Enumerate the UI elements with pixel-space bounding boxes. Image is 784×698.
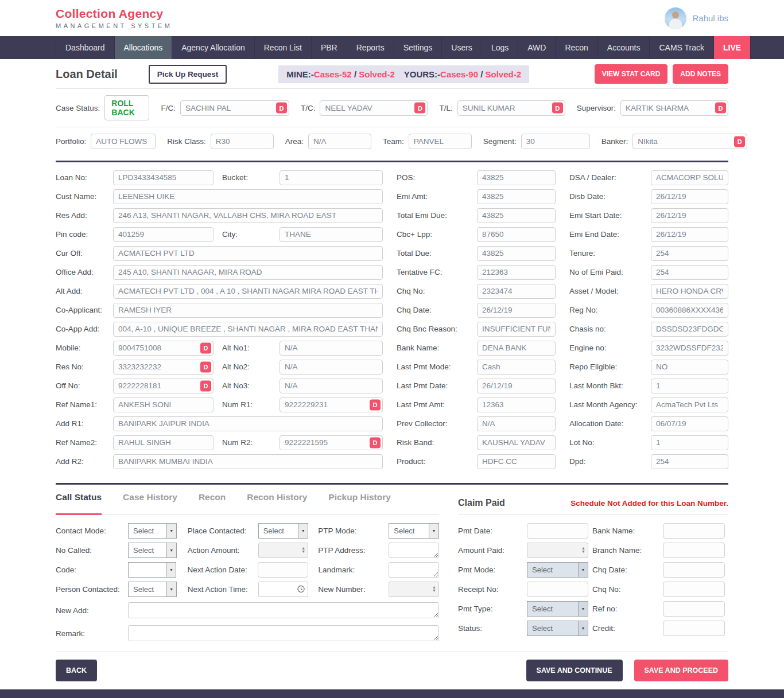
pmt-type-select[interactable]: Select▼ <box>527 601 588 617</box>
nav-settings[interactable]: Settings <box>394 36 443 59</box>
prev-collector-input[interactable] <box>477 416 556 431</box>
remark-textarea[interactable] <box>128 625 439 641</box>
last-pmt-amt-input[interactable] <box>477 397 556 412</box>
dialer-badge[interactable]: D <box>200 342 211 353</box>
dialer-badge[interactable]: D <box>200 361 211 372</box>
alt-add-input[interactable] <box>113 284 383 299</box>
dialer-badge[interactable]: D <box>552 103 563 114</box>
save-and-continue-button[interactable]: SAVE AND CONTINUE <box>526 660 623 681</box>
repo-eligible-input[interactable] <box>651 360 728 375</box>
ref-name1-input[interactable] <box>113 397 214 412</box>
no-of-emi-paid-input[interactable] <box>651 265 728 280</box>
cust-name-input[interactable] <box>113 189 383 204</box>
action-amount-stepper[interactable]: ▲▼ <box>258 543 309 558</box>
branch-name-input[interactable] <box>663 543 725 558</box>
spinner-down-icon[interactable]: ▼ <box>301 550 305 553</box>
person-contacted-select[interactable]: Select▼ <box>128 582 177 597</box>
dialer-badge[interactable]: D <box>734 136 745 147</box>
dialer-badge[interactable]: D <box>715 103 726 114</box>
bank-name2-input[interactable] <box>663 523 725 539</box>
ptp-address-textarea[interactable] <box>389 543 439 558</box>
amount-paid-stepper[interactable]: ▲▼ <box>527 543 588 558</box>
tl-input[interactable] <box>457 100 565 116</box>
nav-recon-list[interactable]: Recon List <box>255 36 312 59</box>
alt-no1-input[interactable] <box>280 341 383 356</box>
receipt-no-input[interactable] <box>527 582 588 597</box>
res-add-input[interactable] <box>113 208 383 223</box>
tc-input[interactable] <box>320 100 428 116</box>
bucket-input[interactable] <box>280 170 383 185</box>
pickup-request-button[interactable]: Pick Up Request <box>149 65 227 84</box>
chasis-no-input[interactable] <box>651 322 728 337</box>
last-month-bkt-input[interactable] <box>651 379 728 393</box>
credit-input[interactable] <box>663 621 725 636</box>
tab-pickup-history[interactable]: Pickup History <box>328 492 391 514</box>
ref-name2-input[interactable] <box>113 435 214 450</box>
tab-case-history[interactable]: Case History <box>123 492 177 514</box>
nav-recon[interactable]: Recon <box>556 36 597 59</box>
dialer-badge[interactable]: D <box>370 399 381 410</box>
num-r1-input[interactable] <box>280 397 383 412</box>
dsa-dealer-input[interactable] <box>651 170 728 185</box>
emi-start-date-input[interactable] <box>651 208 728 223</box>
dialer-badge[interactable]: D <box>414 103 425 114</box>
cbc-lpp-input[interactable] <box>477 227 556 242</box>
supervisor-input[interactable] <box>620 100 728 116</box>
chq-date-input[interactable] <box>477 303 556 318</box>
place-contacted-select[interactable]: Select▼ <box>258 523 309 539</box>
view-stat-card-button[interactable]: VIEW STAT CARD <box>595 64 668 84</box>
mobile-input[interactable] <box>113 341 214 356</box>
disb-date-input[interactable] <box>651 189 728 204</box>
nav-allocations[interactable]: Allocations <box>115 36 173 59</box>
user-name[interactable]: Rahul ibs <box>692 13 728 23</box>
total-due-input[interactable] <box>477 246 556 261</box>
new-add-textarea[interactable] <box>128 602 439 618</box>
pmt-mode-select[interactable]: Select▼ <box>527 562 588 578</box>
dialer-badge[interactable]: D <box>200 380 211 391</box>
contact-mode-select[interactable]: Select▼ <box>128 523 177 539</box>
team-input[interactable] <box>409 134 472 149</box>
last-month-agency-input[interactable] <box>651 397 728 412</box>
status-select[interactable]: Select▼ <box>527 621 588 636</box>
res-no-input[interactable] <box>113 360 214 375</box>
landmark-textarea[interactable] <box>389 562 439 578</box>
pin-code-input[interactable] <box>113 227 214 242</box>
alt-no2-input[interactable] <box>280 360 383 375</box>
chq-bnc-reason-input[interactable] <box>477 322 556 337</box>
save-and-proceed-button[interactable]: SAVE AND PROCEED <box>634 660 729 681</box>
spinner-down-icon[interactable]: ▼ <box>581 550 585 553</box>
chq-date2-input[interactable] <box>663 562 725 578</box>
segment-input[interactable] <box>521 134 590 149</box>
spinner-down-icon[interactable]: ▼ <box>432 589 436 592</box>
loan-no-input[interactable] <box>113 170 214 185</box>
alt-no3-input[interactable] <box>280 379 383 393</box>
off-no-input[interactable] <box>113 379 214 393</box>
allocation-date-input[interactable] <box>651 416 728 431</box>
next-action-date-input[interactable] <box>258 562 308 578</box>
cur-off-input[interactable] <box>113 246 383 261</box>
dialer-badge[interactable]: D <box>370 437 381 448</box>
tab-recon[interactable]: Recon <box>199 492 226 514</box>
nav-agency-allocation[interactable]: Agency Allocation <box>172 36 255 59</box>
code-select[interactable]: ▼ <box>128 562 176 578</box>
user-menu[interactable]: Rahul ibs <box>665 7 728 29</box>
risk-band-input[interactable] <box>477 435 556 450</box>
emi-amt-input[interactable] <box>477 189 556 204</box>
nav-users[interactable]: Users <box>442 36 482 59</box>
ref-no-input[interactable] <box>663 601 725 617</box>
add-notes-button[interactable]: ADD NOTES <box>673 64 728 84</box>
risk-class-input[interactable] <box>211 134 274 149</box>
no-called-select[interactable]: Select▼ <box>128 543 177 558</box>
nav-awd[interactable]: AWD <box>518 36 556 59</box>
engine-no-input[interactable] <box>651 341 728 356</box>
nav-live[interactable]: LIVE <box>714 36 751 59</box>
add-r1-input[interactable] <box>113 416 383 431</box>
office-add-input[interactable] <box>113 265 383 280</box>
tentative-fc-input[interactable] <box>477 265 556 280</box>
city-input[interactable] <box>280 227 383 242</box>
fc-input[interactable] <box>180 100 289 116</box>
nav-logs[interactable]: Logs <box>482 36 518 59</box>
last-pmt-date-input[interactable] <box>477 379 556 393</box>
nav-pbr[interactable]: PBR <box>312 36 347 59</box>
next-action-time-input[interactable] <box>258 582 309 597</box>
